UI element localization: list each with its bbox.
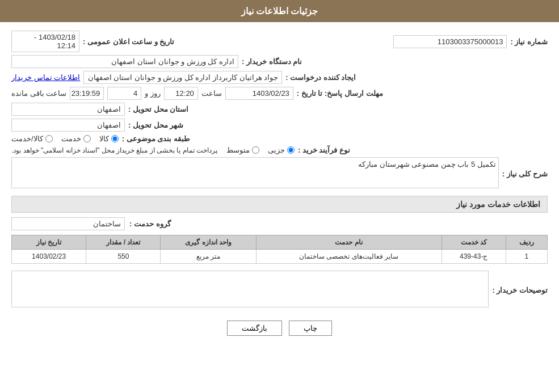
description-row: شرح کلی نیاز : تکمیل 5 باب چمن مصنوعی شه… xyxy=(11,157,548,190)
process-label: نوع فرآیند خرید : xyxy=(298,146,350,154)
col-unit: واحد اندازه گیری xyxy=(161,235,256,250)
need-number-value: 1103003375000013 xyxy=(393,35,507,48)
buyer-notes-textarea[interactable] xyxy=(11,271,489,307)
main-content: شماره نیاز : 1103003375000013 تاریخ و سا… xyxy=(0,22,559,356)
announce-date-label: تاریخ و ساعت اعلان عمومی : xyxy=(83,37,174,46)
buyer-org-row: نام دستگاه خریدار : اداره کل ورزش و جوان… xyxy=(11,55,548,68)
province-value: اصفهان xyxy=(11,103,125,116)
service-group-label: گروه حدمت : xyxy=(129,220,171,228)
process-row: نوع فرآیند خرید : متوسط جزیی پرداخت تمام… xyxy=(11,146,548,154)
button-row: چاپ بازگشت xyxy=(11,321,548,347)
need-number-row: شماره نیاز : 1103003375000013 تاریخ و سا… xyxy=(11,31,548,52)
buyer-notes-container xyxy=(11,271,489,309)
deadline-remaining-label: ساعت باقی مانده xyxy=(11,89,66,98)
deadline-label: مهلت ارسال پاسخ: تا تاریخ : xyxy=(297,89,383,98)
cell-date: 1403/02/23 xyxy=(12,250,86,264)
category-radio-item-2: خدمت xyxy=(61,134,91,143)
deadline-time-label: ساعت xyxy=(201,89,222,98)
deadline-date: 1403/02/23 xyxy=(225,87,293,100)
category-radio3-label: کالا/خدمت xyxy=(11,134,43,143)
category-label: طبقه بندی موضوعی : xyxy=(122,134,190,143)
col-row: ردیف xyxy=(506,235,547,250)
description-value: تکمیل 5 باب چمن مصنوعی شهرستان مبارکه xyxy=(358,160,496,168)
col-date: تاریخ نیاز xyxy=(12,235,86,250)
city-label: شهر محل تحویل : xyxy=(128,121,183,129)
buyer-org-value: اداره کل ورزش و جوانان استان اصفهان xyxy=(11,55,238,68)
requester-row: ایجاد کننده درخواست : جواد هراتیان کاربر… xyxy=(11,71,548,84)
category-radio1-label: کالا xyxy=(99,134,109,143)
cell-unit: متر مربع xyxy=(161,250,256,264)
process-note: پرداخت تمام یا بخشی از مبلغ خریداز محل "… xyxy=(11,146,217,154)
page-header: جزئیات اطلاعات نیاز xyxy=(0,0,559,22)
description-container: تکمیل 5 باب چمن مصنوعی شهرستان مبارکه xyxy=(11,157,499,190)
deadline-time-value: 12:20 xyxy=(164,87,198,100)
page-container: جزئیات اطلاعات نیاز شماره نیاز : 1103003… xyxy=(0,0,559,392)
contact-link[interactable]: اطلاعات تماس خریدار xyxy=(11,73,80,82)
print-button[interactable]: چاپ xyxy=(289,321,332,336)
province-row: استان محل تحویل : اصفهان xyxy=(11,103,548,116)
process-radio2-label: متوسط xyxy=(226,146,250,154)
page-title: جزئیات اطلاعات نیاز xyxy=(241,6,318,16)
service-group-value: ساختمان xyxy=(11,217,125,230)
city-value: اصفهان xyxy=(11,119,125,132)
process-radio1[interactable] xyxy=(287,146,295,154)
buyer-org-label: نام دستگاه خریدار : xyxy=(242,57,302,66)
deadline-days-value: 4 xyxy=(107,87,141,100)
col-code: کد خدمت xyxy=(442,235,506,250)
cell-code: ج-43-439 xyxy=(442,250,506,264)
cell-name: سایر فعالیت‌های تخصصی ساختمان xyxy=(256,250,442,264)
buyer-notes-label: توصیحات خریدار : xyxy=(492,286,548,294)
table-row: 1ج-43-439سایر فعالیت‌های تخصصی ساختمانمت… xyxy=(12,250,548,264)
process-radio-group: متوسط جزیی xyxy=(226,146,295,154)
need-number-label: شماره نیاز : xyxy=(510,37,548,46)
category-radio-item-3: کالا/خدمت xyxy=(11,134,53,143)
process-radio1-label: جزیی xyxy=(268,146,285,154)
cell-row: 1 xyxy=(506,250,547,264)
category-radio-item-1: کالا xyxy=(99,134,119,143)
service-group-row: گروه حدمت : ساختمان xyxy=(11,217,548,230)
back-button[interactable]: بازگشت xyxy=(227,321,282,336)
col-quantity: تعداد / مقدار xyxy=(86,235,161,250)
category-row: طبقه بندی موضوعی : کالا/خدمت خدمت کالا xyxy=(11,134,548,143)
city-row: شهر محل تحویل : اصفهان xyxy=(11,119,548,132)
cell-quantity: 550 xyxy=(86,250,161,264)
process-radio-item-2: متوسط xyxy=(226,146,259,154)
requester-value: جواد هراتیان کاربرداز اداره کل ورزش و جو… xyxy=(83,71,282,84)
services-table: ردیف کد خدمت نام حدمت واحد اندازه گیری ت… xyxy=(11,235,548,264)
services-section-title: اطلاعات خدمات مورد نیاز xyxy=(11,196,548,213)
process-radio2[interactable] xyxy=(252,146,259,154)
category-radio3[interactable] xyxy=(45,135,53,142)
table-header-row: ردیف کد خدمت نام حدمت واحد اندازه گیری ت… xyxy=(12,235,548,250)
category-radio-group: کالا/خدمت خدمت کالا xyxy=(11,134,119,143)
deadline-days-label: روز و xyxy=(145,89,161,98)
category-radio2-label: خدمت xyxy=(61,134,81,143)
deadline-remaining-value: 23:19:59 xyxy=(70,87,104,100)
category-radio2[interactable] xyxy=(83,135,91,142)
province-label: استان محل تحویل : xyxy=(128,105,188,113)
col-name: نام حدمت xyxy=(256,235,442,250)
announce-date-value: 1403/02/18 - 12:14 xyxy=(11,31,79,52)
category-radio1[interactable] xyxy=(111,135,119,142)
requester-label: ایجاد کننده درخواست : xyxy=(285,73,356,82)
buyer-notes-row: توصیحات خریدار : xyxy=(11,271,548,309)
description-label: شرح کلی نیاز : xyxy=(502,170,548,178)
deadline-row: مهلت ارسال پاسخ: تا تاریخ : 1403/02/23 س… xyxy=(11,87,548,100)
process-radio-item-1: جزیی xyxy=(268,146,295,154)
